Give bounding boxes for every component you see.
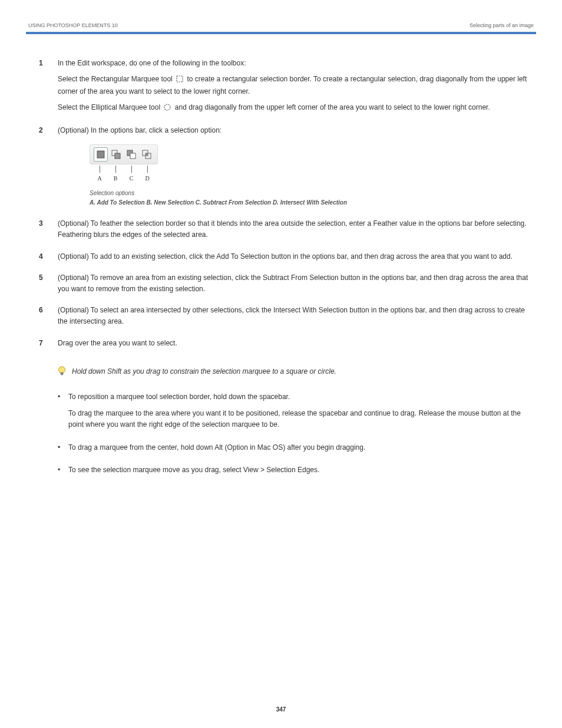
svg-rect-9 [146, 153, 148, 156]
step-7: Drag over the area you want to select. [58, 338, 536, 349]
svg-rect-4 [115, 153, 120, 159]
step-5: (Optional) To remove an area from an exi… [58, 272, 536, 294]
figure-label-b: B [113, 166, 118, 183]
figure-caption-detail: A. Add To Selection B. New Selection C. … [90, 199, 347, 206]
selection-options-toolbar [90, 144, 158, 164]
step-4: (Optional) To add to an existing selecti… [58, 251, 536, 262]
bullet-3: To see the selection marquee move as you… [68, 465, 536, 476]
step-2: (Optional) In the options bar, click a s… [58, 125, 536, 207]
step-1-option-a-prefix: Select the Rectangular Marquee tool [58, 75, 173, 83]
subtract-from-selection-button[interactable] [124, 147, 138, 162]
intersect-with-selection-button[interactable] [140, 147, 154, 162]
figure-caption-lead: Selection options [90, 190, 134, 196]
svg-rect-11 [61, 374, 63, 375]
step-1-option-b-suffix: and drag diagonally from the upper left … [175, 103, 490, 111]
step-1-option-b: Select the Elliptical Marquee tool and d… [58, 102, 536, 115]
header-left: USING PHOTOSHOP ELEMENTS 10 [28, 22, 118, 28]
step-1: In the Edit workspace, do one of the fol… [58, 58, 536, 114]
figure-callout-labels: A B C D [90, 166, 159, 183]
bullet-1-lead: To reposition a marquee tool selection b… [68, 393, 290, 401]
header-right: Selecting parts of an image [470, 22, 534, 28]
svg-rect-0 [177, 76, 183, 82]
page-number: 347 [0, 706, 562, 713]
step-1-lead: In the Edit workspace, do one of the fol… [58, 58, 536, 69]
bullet-1-extra: To drag the marquee to the area where yo… [68, 408, 536, 430]
add-to-selection-button[interactable] [109, 147, 123, 162]
tips-bulleted-list: To reposition a marquee tool selection b… [68, 391, 536, 476]
step-1-option-a: Select the Rectangular Marquee tool to c… [58, 74, 536, 97]
elliptical-marquee-icon [163, 103, 171, 115]
tip-text: Hold down Shift as you drag to constrain… [72, 366, 336, 377]
lightbulb-icon [58, 366, 66, 379]
figure-caption: Selection options A. Add To Selection B.… [90, 189, 490, 207]
header-rule [26, 32, 536, 34]
figure-label-c: C [128, 166, 134, 183]
svg-rect-6 [130, 153, 135, 159]
step-1-option-b-prefix: Select the Elliptical Marquee tool [58, 103, 160, 111]
bullet-2: To drag a marquee from the center, hold … [68, 442, 536, 453]
tip-block: Hold down Shift as you drag to constrain… [58, 366, 536, 382]
procedure-steps: In the Edit workspace, do one of the fol… [58, 58, 536, 348]
selection-options-figure: A B C D [90, 144, 159, 183]
page-root: USING PHOTOSHOP ELEMENTS 10 Selecting pa… [0, 0, 562, 728]
running-header: USING PHOTOSHOP ELEMENTS 10 Selecting pa… [26, 22, 536, 28]
step-6: (Optional) To select an area intersected… [58, 305, 536, 327]
svg-rect-10 [61, 373, 63, 375]
new-selection-button[interactable] [94, 147, 108, 162]
rectangular-marquee-icon [176, 75, 184, 87]
svg-point-1 [164, 104, 170, 110]
step-2-lead: (Optional) In the options bar, click a s… [58, 125, 536, 136]
svg-rect-2 [97, 151, 104, 158]
step-3: (Optional) To feather the selection bord… [58, 218, 536, 240]
figure-label-d: D [144, 166, 150, 183]
figure-label-a: A [97, 166, 103, 183]
bullet-1: To reposition a marquee tool selection b… [68, 391, 536, 430]
